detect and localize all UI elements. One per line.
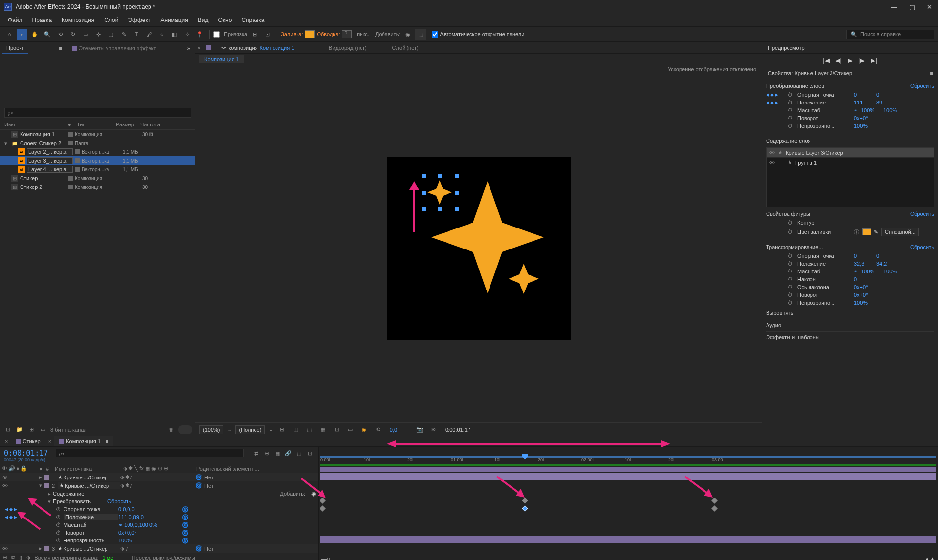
stopwatch-icon[interactable]: ⏱ [788, 261, 794, 267]
project-item[interactable]: Ai Layer 4_...кер.ai Векторн...ка 1,1 МБ [0, 165, 195, 174]
audio-section[interactable]: Аудио [766, 319, 934, 331]
snap-opt2[interactable]: ⊡ [262, 29, 273, 40]
res-dd-arrow[interactable]: ⌄ [269, 426, 273, 433]
menu-layer[interactable]: Слой [100, 15, 122, 25]
preview-tab[interactable]: Предпросмотр [764, 43, 809, 53]
timeline-ruler[interactable]: 0:00f10f20f01:00f10f20f02:00f10f20f03:00 [319, 447, 938, 464]
prev-kf[interactable]: ◀ [766, 92, 769, 97]
toggle-switches[interactable]: Перекл. выключ./режимы [132, 555, 195, 560]
twirl-icon[interactable]: ▸ [39, 474, 44, 480]
col-type[interactable]: Тип [77, 122, 116, 127]
stroke-color-swatch[interactable] [342, 30, 352, 38]
twirl-icon[interactable]: ▾ [39, 482, 44, 489]
resolution-dropdown[interactable]: (Полное) [235, 425, 265, 434]
zoom-tool[interactable]: 🔍 [42, 29, 53, 40]
orbit-tool[interactable]: ⟲ [55, 29, 65, 40]
keyframe[interactable] [320, 505, 326, 512]
minimize-button[interactable]: — [891, 3, 897, 11]
twirl-icon[interactable]: ▾ [4, 140, 9, 146]
selection-handle[interactable] [422, 207, 426, 211]
stopwatch-icon[interactable]: ⏱ [788, 100, 794, 105]
zoom-dropdown[interactable]: (100%) [199, 425, 223, 434]
bpc-toggle[interactable]: ▭ [39, 425, 47, 434]
label-color[interactable] [68, 132, 73, 137]
layer-item[interactable]: 👁 ★ Группа 1 [767, 158, 934, 167]
pos-y[interactable]: 89 [876, 100, 896, 105]
home-tool[interactable]: ⌂ [4, 29, 15, 40]
comp-tab[interactable]: ⫘ композиция Композиция 1 ≡ [217, 43, 303, 53]
selection-handle[interactable] [422, 191, 426, 195]
stopwatch-icon[interactable]: ⏱ [56, 506, 64, 512]
stopwatch-icon[interactable]: ⏱ [56, 530, 64, 536]
stopwatch-icon[interactable]: ⏱ [788, 292, 794, 298]
stopwatch-icon[interactable]: ⏱ [788, 284, 794, 290]
play-button[interactable]: ▶ [848, 57, 853, 64]
visibility-icon[interactable]: 👁 [2, 546, 8, 552]
expression-icon[interactable]: 🌀 [182, 514, 189, 520]
link-icon[interactable]: ⚭ [854, 108, 858, 113]
layer-name[interactable]: ★ Кривые .../Стикер [58, 482, 120, 489]
label-color[interactable] [75, 149, 80, 154]
current-time[interactable]: 0:00:01:17 [442, 427, 473, 433]
project-search[interactable] [4, 108, 191, 118]
tl-opt-icon[interactable]: 🔗 [284, 449, 293, 457]
pos2-y[interactable]: 34,2 [876, 261, 896, 267]
timeline-layer-row[interactable]: 👁 ▸ ★ Кривые .../Стикер ⬗✱/ 🌀Нет [0, 473, 318, 481]
tl-foot-icon[interactable]: {} [19, 555, 22, 560]
reset-link[interactable]: Сбросить [107, 498, 131, 504]
menu-file[interactable]: Файл [4, 15, 26, 25]
scale2-y[interactable]: 100% [883, 269, 903, 274]
next-kf[interactable]: ▶ [775, 92, 778, 97]
expression-icon[interactable]: 🌀 [182, 522, 189, 528]
transform2-reset[interactable]: Сбросить [910, 244, 934, 250]
visibility-icon[interactable]: 👁 [769, 150, 775, 156]
fill-color-swatch[interactable] [305, 30, 315, 38]
twirl-icon[interactable]: ▸ [39, 545, 44, 552]
timeline-property-row[interactable]: ⏱ Непрозрачность 100% 🌀 [0, 537, 318, 544]
snap-checkbox[interactable] [213, 31, 220, 38]
stopwatch-icon[interactable]: ⏱ [788, 107, 794, 113]
stopwatch-icon[interactable]: ⏱ [788, 276, 794, 282]
panel-more[interactable]: » [184, 45, 193, 51]
auto-open-checkbox[interactable] [432, 31, 438, 38]
prev-frame-button[interactable]: ◀| [835, 57, 842, 64]
timeline-property-row[interactable]: ⏱ Поворот 0x+0,0° 🌀 [0, 529, 318, 537]
kf-diamond-icon[interactable]: ◆ [9, 515, 13, 519]
label-color[interactable] [68, 141, 73, 145]
timeline-property-row[interactable]: ◀◆▶ ⏱ Опорная точка 0,0,0,0 🌀 [0, 505, 318, 513]
timeline-property-row[interactable]: ⏱ Масштаб ⚭ 100,0,100,0% 🌀 [0, 521, 318, 529]
hand-tool[interactable]: ✋ [29, 29, 40, 40]
selection-handle[interactable] [455, 174, 459, 178]
grid-icon[interactable]: ⊡ [332, 425, 341, 435]
tl-close-x[interactable]: × [2, 438, 11, 444]
tl-opt-icon[interactable]: ⊡ [305, 449, 314, 457]
property-value[interactable]: 0x+0,0° [118, 530, 182, 536]
prev-kf-icon[interactable]: ◀ [5, 515, 8, 519]
layer-name[interactable]: ★ Кривые .../Стикер [58, 545, 120, 552]
shape-reset[interactable]: Сбросить [910, 211, 934, 217]
stopwatch-icon[interactable]: ⏱ [788, 300, 794, 306]
stopwatch-icon[interactable]: ⏱ [788, 123, 794, 129]
pen-tool[interactable]: ✎ [118, 29, 129, 40]
show-snapshot-icon[interactable]: 👁 [428, 425, 438, 435]
label-color[interactable] [44, 475, 49, 480]
trash-icon[interactable]: 🗑 [167, 425, 175, 434]
exposure-reset-icon[interactable]: ⟲ [373, 425, 383, 435]
pos-x[interactable]: 111 [854, 100, 874, 105]
anchor2-y[interactable]: 0 [876, 253, 896, 259]
layer-none-label[interactable]: Слой (нет) [392, 45, 419, 51]
playhead[interactable] [525, 447, 525, 560]
keyframe[interactable] [320, 498, 326, 504]
property-value[interactable]: 0,0,0,0 [118, 506, 182, 512]
anchor-y[interactable]: 0 [876, 92, 896, 98]
rotation2-val[interactable]: 0x+0° [854, 292, 874, 298]
search-footer-icon[interactable] [178, 425, 192, 434]
project-item[interactable]: ⊞ Композиция 1 Композиция 30 ⚄ [0, 130, 195, 139]
menu-help[interactable]: Справка [237, 15, 268, 25]
timeline-layer-row[interactable]: 👁 ▾ 2 ★ Кривые .../Стикер ⬗✱/ 🌀Нет [0, 481, 318, 490]
col-freq[interactable]: Частота [140, 122, 191, 127]
maximize-button[interactable]: ▢ [909, 3, 915, 11]
twirl-icon[interactable]: ▸ [48, 491, 53, 497]
clone-tool[interactable]: ⟐ [156, 29, 167, 40]
scale-x[interactable]: 100% [861, 107, 880, 113]
